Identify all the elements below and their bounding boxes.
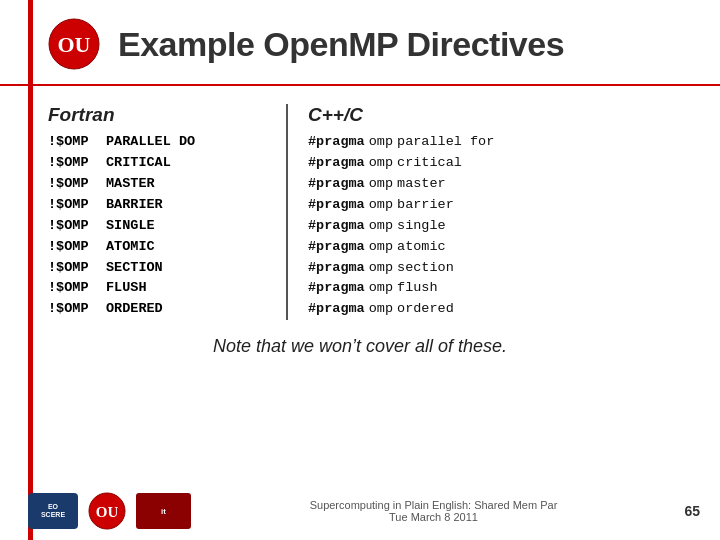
fortran-directive: ATOMIC [106, 237, 155, 258]
cpp-directive: flush [397, 278, 438, 299]
note-text: Note that we won’t cover all of these. [48, 336, 672, 357]
cpp-directive: section [397, 258, 454, 279]
fortran-directive: SINGLE [106, 216, 155, 237]
cpp-omp: omp [369, 174, 393, 195]
fortran-row: !$OMPMASTER [48, 174, 266, 195]
fortran-kw: !$OMP [48, 153, 100, 174]
cpp-row: #pragmaompatomic [308, 237, 672, 258]
footer-logos: EOSCERE OU it [28, 492, 191, 530]
cpp-row: #pragmaompparallel for [308, 132, 672, 153]
cpp-row: #pragmaompflush [308, 278, 672, 299]
cpp-pragma: #pragma [308, 216, 365, 237]
cpp-row: #pragmaompmaster [308, 174, 672, 195]
fortran-column: Fortran !$OMPPARALLEL DO!$OMPCRITICAL!$O… [48, 104, 288, 320]
cpp-omp: omp [369, 237, 393, 258]
slide-header: OU Example OpenMP Directives [0, 0, 720, 86]
fortran-directive: MASTER [106, 174, 155, 195]
cpp-row: #pragmaompsection [308, 258, 672, 279]
fortran-directive: FLUSH [106, 278, 147, 299]
cpp-pragma: #pragma [308, 195, 365, 216]
cpp-row: #pragmaompsingle [308, 216, 672, 237]
page-number: 65 [676, 503, 700, 519]
fortran-row: !$OMPPARALLEL DO [48, 132, 266, 153]
cpp-directive: atomic [397, 237, 446, 258]
cpp-pragma: #pragma [308, 299, 365, 320]
cpp-pragma: #pragma [308, 132, 365, 153]
cpp-header: C++/C [308, 104, 672, 126]
fortran-row: !$OMPBARRIER [48, 195, 266, 216]
cpp-directive: single [397, 216, 446, 237]
cpp-directive: parallel for [397, 132, 494, 153]
fortran-row: !$OMPFLUSH [48, 278, 266, 299]
ou-logo-small-box: OU [88, 492, 126, 530]
cpp-directive: critical [397, 153, 462, 174]
it-text: it [161, 507, 166, 516]
fortran-row: !$OMPCRITICAL [48, 153, 266, 174]
ou-logo: OU [48, 18, 100, 70]
cpp-directive: barrier [397, 195, 454, 216]
cpp-directive: ordered [397, 299, 454, 320]
fortran-header: Fortran [48, 104, 266, 126]
fortran-directive: BARRIER [106, 195, 163, 216]
footer-caption: Supercomputing in Plain English: Shared … [191, 499, 676, 523]
it-logo-box: it [136, 493, 191, 529]
cpp-pragma: #pragma [308, 237, 365, 258]
page-title: Example OpenMP Directives [118, 25, 564, 64]
columns-container: Fortran !$OMPPARALLEL DO!$OMPCRITICAL!$O… [48, 104, 672, 320]
cpp-pragma: #pragma [308, 174, 365, 195]
fortran-table: !$OMPPARALLEL DO!$OMPCRITICAL!$OMPMASTER… [48, 132, 266, 320]
cpp-pragma: #pragma [308, 278, 365, 299]
fortran-directive: ORDERED [106, 299, 163, 320]
footer-line1: Supercomputing in Plain English: Shared … [191, 499, 676, 511]
cpp-directive: master [397, 174, 446, 195]
cpp-omp: omp [369, 132, 393, 153]
fortran-kw: !$OMP [48, 216, 100, 237]
main-content: Fortran !$OMPPARALLEL DO!$OMPCRITICAL!$O… [0, 86, 720, 367]
fortran-kw: !$OMP [48, 299, 100, 320]
fortran-kw: !$OMP [48, 132, 100, 153]
svg-text:OU: OU [58, 32, 91, 57]
fortran-kw: !$OMP [48, 174, 100, 195]
cpp-omp: omp [369, 216, 393, 237]
cpp-column: C++/C #pragmaompparallel for#pragmaompcr… [288, 104, 672, 320]
fortran-kw: !$OMP [48, 278, 100, 299]
cpp-pragma: #pragma [308, 153, 365, 174]
cpp-row: #pragmaompcritical [308, 153, 672, 174]
fortran-row: !$OMPSECTION [48, 258, 266, 279]
cpp-omp: omp [369, 278, 393, 299]
fortran-kw: !$OMP [48, 237, 100, 258]
slide: OU Example OpenMP Directives Fortran !$O… [0, 0, 720, 540]
cpp-omp: omp [369, 195, 393, 216]
footer: EOSCERE OU it Supercomputing in Plain En… [0, 492, 720, 530]
fortran-row: !$OMPSINGLE [48, 216, 266, 237]
cpp-row: #pragmaompbarrier [308, 195, 672, 216]
eoscere-logo: EOSCERE [28, 493, 78, 529]
cpp-pragma: #pragma [308, 258, 365, 279]
cpp-table: #pragmaompparallel for#pragmaompcritical… [308, 132, 672, 320]
cpp-row: #pragmaompordered [308, 299, 672, 320]
fortran-kw: !$OMP [48, 195, 100, 216]
left-accent-border [28, 0, 33, 540]
it-logo: it [136, 493, 191, 529]
fortran-directive: CRITICAL [106, 153, 171, 174]
eoscere-text: EOSCERE [41, 503, 65, 518]
svg-text:OU: OU [96, 504, 119, 520]
footer-line2: Tue March 8 2011 [191, 511, 676, 523]
cpp-omp: omp [369, 299, 393, 320]
fortran-directive: PARALLEL DO [106, 132, 195, 153]
eoscere-logo-box: EOSCERE [28, 493, 78, 529]
fortran-row: !$OMPORDERED [48, 299, 266, 320]
fortran-directive: SECTION [106, 258, 163, 279]
fortran-kw: !$OMP [48, 258, 100, 279]
fortran-row: !$OMPATOMIC [48, 237, 266, 258]
cpp-omp: omp [369, 258, 393, 279]
cpp-omp: omp [369, 153, 393, 174]
ou-logo-small: OU [88, 492, 126, 530]
